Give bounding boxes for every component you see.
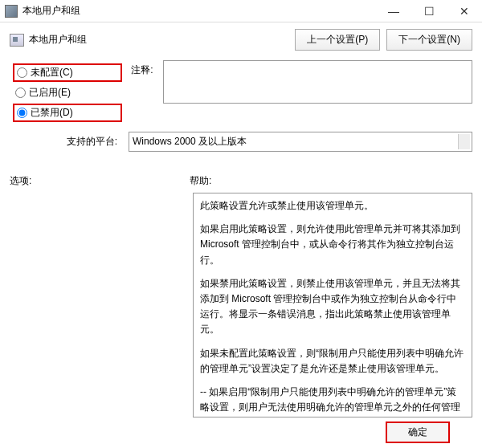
comment-label: 注释: <box>129 60 158 125</box>
radio-enabled-label: 已启用(E) <box>29 86 71 100</box>
help-paragraph: 如果未配置此策略设置，则“限制用户只能使用列表中明确允许的管理单元”设置决定了是… <box>200 346 465 377</box>
prev-setting-button[interactable]: 上一个设置(P) <box>295 29 380 51</box>
help-paragraph: 此策略设置允许或禁止使用该管理单元。 <box>200 198 465 214</box>
window-title: 本地用户和组 <box>22 4 376 18</box>
radio-enabled[interactable]: 已启用(E) <box>13 85 122 100</box>
radio-disabled-input[interactable] <box>17 108 27 118</box>
policy-title: 本地用户和组 <box>29 33 295 47</box>
help-paragraph: 如果启用此策略设置，则允许使用此管理单元并可将其添加到 Microsoft 管理… <box>200 222 465 268</box>
platform-box: Windows 2000 及以上版本 <box>129 132 472 152</box>
window-controls: — ☐ ✕ <box>376 0 482 22</box>
radio-disabled-label: 已禁用(D) <box>31 106 73 120</box>
titlebar: 本地用户和组 — ☐ ✕ <box>0 0 482 22</box>
minimize-button[interactable]: — <box>376 0 411 22</box>
help-label: 帮助: <box>190 174 211 188</box>
radio-not-configured[interactable]: 未配置(C) <box>13 63 122 82</box>
platform-label: 支持的平台: <box>10 132 122 152</box>
app-icon <box>5 5 18 18</box>
state-radio-group: 未配置(C) 已启用(E) 已禁用(D) <box>10 63 122 122</box>
platform-text: Windows 2000 及以上版本 <box>133 136 247 147</box>
ok-button[interactable]: 确定 <box>386 422 450 443</box>
radio-disabled[interactable]: 已禁用(D) <box>13 104 122 122</box>
radio-not-configured-input[interactable] <box>17 67 27 78</box>
close-button[interactable]: ✕ <box>447 0 482 22</box>
header-row: 本地用户和组 上一个设置(P) 下一个设置(N) <box>0 22 482 60</box>
policy-icon <box>10 34 24 47</box>
options-label: 选项: <box>10 174 190 188</box>
radio-enabled-input[interactable] <box>15 88 26 98</box>
help-paragraph: -- 如果启用“限制用户只能使用列表中明确允许的管理单元”策略设置，则用户无法使… <box>200 385 465 417</box>
next-setting-button[interactable]: 下一个设置(N) <box>386 29 472 51</box>
comment-textarea[interactable] <box>163 60 472 104</box>
radio-not-configured-label: 未配置(C) <box>31 66 73 79</box>
help-textbox[interactable]: 此策略设置允许或禁止使用该管理单元。如果启用此策略设置，则允许使用此管理单元并可… <box>193 193 472 417</box>
help-paragraph: 如果禁用此策略设置，则禁止使用该管理单元，并且无法将其添加到 Microsoft… <box>200 276 465 338</box>
maximize-button[interactable]: ☐ <box>411 0 447 22</box>
